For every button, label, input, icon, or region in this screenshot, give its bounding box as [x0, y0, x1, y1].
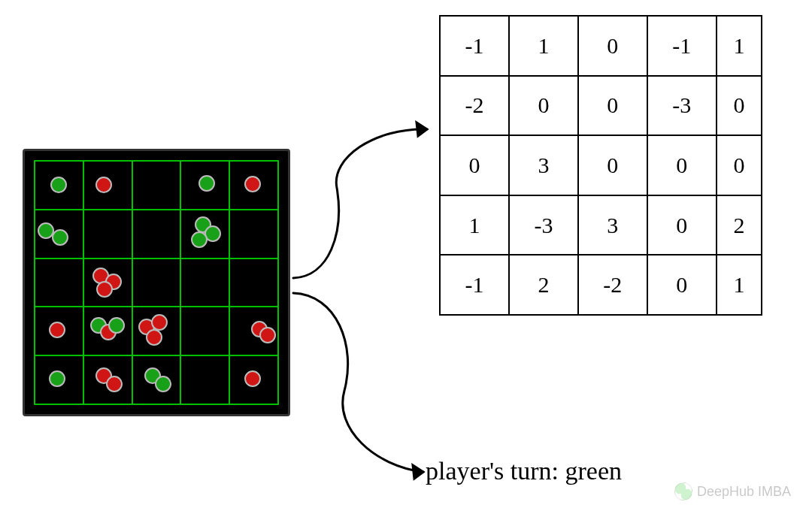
value-cell: 1: [440, 195, 509, 255]
board-cell: [180, 210, 229, 259]
value-cell: 1: [717, 255, 762, 315]
value-cell: -1: [647, 16, 717, 76]
red-piece: [96, 281, 113, 298]
board-cell: [83, 161, 132, 210]
board-cell: [83, 355, 132, 404]
board-cell: [180, 307, 229, 355]
board-cell: [132, 210, 181, 259]
game-board: [23, 149, 290, 416]
watermark-text: DeepHub IMBA: [697, 484, 791, 500]
board-cell: [35, 161, 83, 210]
value-cell: -3: [647, 76, 717, 136]
board-cell: [180, 355, 229, 404]
value-cell: 0: [647, 135, 717, 195]
board-cell: [229, 259, 278, 307]
red-piece: [259, 327, 276, 343]
value-cell: 0: [647, 195, 717, 255]
green-piece: [108, 317, 125, 334]
red-piece: [244, 176, 261, 192]
green-piece: [191, 231, 208, 248]
board-cell: [83, 307, 132, 355]
board-cell: [229, 307, 278, 355]
value-cell: 1: [509, 16, 578, 76]
board-grid: [34, 160, 279, 405]
value-cell: -2: [440, 76, 509, 136]
green-piece: [198, 175, 215, 192]
board-cell: [180, 259, 229, 307]
svg-marker-1: [413, 465, 423, 479]
value-cell: 0: [578, 16, 647, 76]
green-piece: [155, 376, 171, 392]
watermark: DeepHub IMBA: [674, 482, 791, 500]
mapping-arrows: [284, 98, 442, 488]
value-cell: 2: [717, 195, 762, 255]
board-cell: [229, 355, 278, 404]
value-cell: 0: [717, 135, 762, 195]
red-piece: [95, 177, 112, 193]
green-piece: [49, 370, 65, 387]
value-cell: 1: [717, 16, 762, 76]
green-piece: [52, 229, 68, 246]
red-piece: [106, 376, 123, 392]
value-cell: 0: [440, 135, 509, 195]
value-cell: 0: [509, 76, 578, 136]
board-cell: [132, 355, 181, 404]
board-cell: [180, 161, 229, 210]
board-cell: [132, 161, 181, 210]
value-cell: -2: [578, 255, 647, 315]
board-cell: [229, 161, 278, 210]
board-cell: [229, 210, 278, 259]
value-cell: 0: [717, 76, 762, 136]
red-piece: [49, 322, 65, 338]
board-cell: [83, 210, 132, 259]
value-cell: 0: [578, 76, 647, 136]
board-cell: [35, 210, 83, 259]
value-cell: -1: [440, 16, 509, 76]
board-cell: [83, 259, 132, 307]
board-cell: [35, 259, 83, 307]
value-cell: 3: [578, 195, 647, 255]
red-piece: [146, 329, 162, 346]
diagram: -110-11-200-30030001-3302-12-201 player'…: [0, 0, 812, 514]
svg-marker-0: [417, 122, 427, 136]
red-piece: [244, 370, 261, 387]
value-cell: 2: [509, 255, 578, 315]
value-cell: -3: [509, 195, 578, 255]
value-grid: -110-11-200-30030001-3302-12-201: [439, 15, 762, 316]
green-piece: [50, 177, 67, 193]
board-cell: [132, 259, 181, 307]
turn-label: player's turn: green: [426, 457, 622, 485]
board-cell: [35, 355, 83, 404]
value-cell: 3: [509, 135, 578, 195]
red-piece: [151, 314, 168, 331]
value-cell: 0: [578, 135, 647, 195]
board-cell: [132, 307, 181, 355]
value-cell: -1: [440, 255, 509, 315]
board-cell: [35, 307, 83, 355]
value-cell: 0: [647, 255, 717, 315]
wechat-icon: [674, 482, 692, 500]
